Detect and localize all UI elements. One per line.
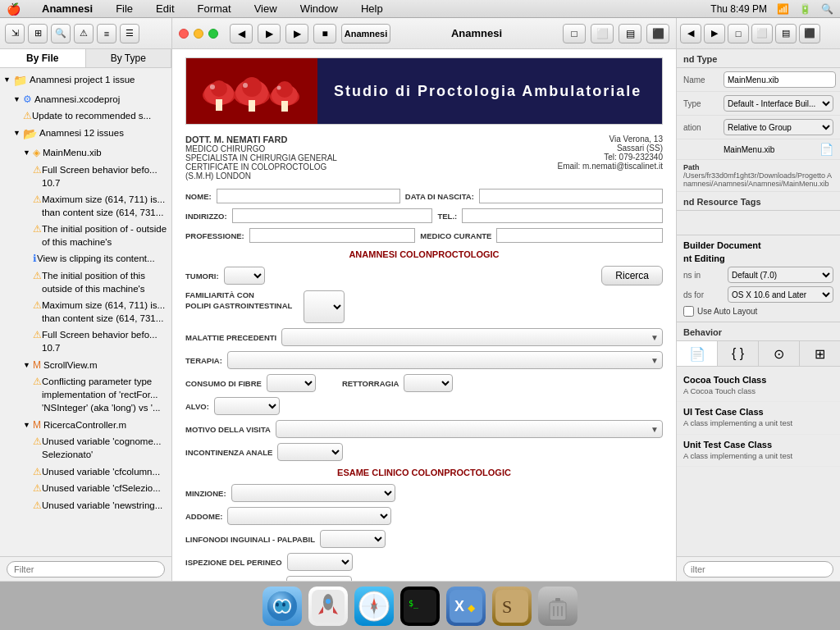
menubar-format[interactable]: Format (193, 1, 236, 16)
tree-project[interactable]: ▼ 📁 Anamnesi project 1 issue (0, 71, 171, 91)
sidebar-btn-warn[interactable]: ⚠ (74, 24, 94, 43)
toolbar-layout-2[interactable]: ⬜ (591, 24, 614, 43)
toolbar-layout-3[interactable]: ▤ (619, 24, 641, 43)
select-rettorragia[interactable] (404, 374, 453, 392)
select-familiarita[interactable] (304, 290, 345, 323)
apple-menu[interactable]: 🍎 (7, 2, 21, 16)
section-kind-type: nd Type (677, 49, 840, 68)
input-tel[interactable] (462, 208, 663, 223)
type-select[interactable]: Default - Interface Buil... (724, 95, 833, 112)
menubar-wifi[interactable]: 📶 (777, 3, 789, 15)
tree-conflict[interactable]: ⚠ Conflicting parameter type implementat… (0, 373, 171, 416)
toolbar-run[interactable]: ▶ (285, 24, 308, 43)
obj-tab-4[interactable]: ⊞ (800, 341, 840, 366)
input-professione[interactable] (249, 228, 416, 243)
right-btn-6[interactable]: ⬛ (799, 24, 820, 43)
obj-tab-2[interactable]: { } (718, 341, 759, 366)
tree-unused-2[interactable]: ⚠ Unused variable 'cfcolumn... (0, 463, 171, 481)
ricerca-button[interactable]: Ricerca (601, 266, 663, 285)
dock-trash[interactable] (538, 587, 578, 626)
nav-back[interactable]: ◀ (230, 24, 253, 43)
input-indirizzo[interactable] (232, 208, 433, 223)
right-btn-2[interactable]: ▶ (704, 24, 725, 43)
dock-terminal[interactable]: $_ (400, 587, 440, 626)
nav-forward[interactable]: ▶ (258, 24, 281, 43)
menubar-file[interactable]: File (111, 1, 138, 16)
tree-unused-1[interactable]: ⚠ Unused variable 'cognome... Selezionat… (0, 433, 171, 463)
sidebar-btn-diff[interactable]: ≡ (97, 24, 116, 43)
menubar-anamnesi[interactable]: Anamnesi (37, 1, 98, 16)
select-motivo[interactable]: ▼ (276, 420, 663, 438)
close-button[interactable] (179, 29, 189, 39)
right-btn-4[interactable]: ⬜ (751, 24, 773, 43)
maximize-button[interactable] (208, 29, 218, 39)
input-nome[interactable] (217, 189, 400, 203)
menubar-help[interactable]: Help (356, 1, 388, 16)
menubar-window[interactable]: Window (295, 1, 343, 16)
toolbar-layout-4[interactable]: ⬛ (646, 24, 669, 43)
select-ispezione[interactable] (287, 553, 353, 571)
tree-xcodeproj[interactable]: ▼ ⚙ Anamnesi.xcodeproj (0, 91, 171, 108)
obj-cocoa-touch[interactable]: Cocoa Touch Class A Cocoa Touch class (677, 370, 840, 402)
right-btn-3[interactable]: □ (728, 24, 749, 43)
right-btn-1[interactable]: ◀ (680, 24, 701, 43)
opens-in-select[interactable]: Default (7.0) (728, 267, 833, 283)
auto-layout-checkbox[interactable] (683, 306, 694, 317)
toolbar-stop[interactable]: ■ (313, 24, 336, 43)
select-incontinenza[interactable] (277, 443, 343, 461)
obj-tab-3[interactable]: ⊙ (759, 341, 800, 366)
location-select[interactable]: Relative to Group (724, 119, 833, 135)
sidebar-btn-lines[interactable]: ☰ (120, 24, 139, 43)
toolbar-layout-1[interactable]: □ (563, 24, 586, 43)
tree-update-recommended[interactable]: ⚠ Update to recommended s... (0, 107, 171, 125)
sidebar-btn-2[interactable]: ⊞ (28, 24, 48, 43)
menubar-view[interactable]: View (249, 1, 282, 16)
sidebar-btn-1[interactable]: ⇲ (5, 24, 25, 43)
tree-initpos-1[interactable]: ⚠ The initial position of - outside of t… (0, 221, 171, 250)
select-minzione[interactable] (231, 484, 395, 502)
select-addome[interactable] (227, 507, 391, 525)
select-tumori[interactable] (224, 267, 265, 285)
obj-ui-test[interactable]: UI Test Case Class A class implementing … (677, 402, 840, 434)
file-icon[interactable]: 📄 (819, 143, 833, 156)
sidebar-footer (0, 556, 171, 581)
dock-script[interactable]: S (492, 587, 532, 626)
obj-unit-test[interactable]: Unit Test Case Class A class implementin… (677, 435, 840, 467)
input-medico[interactable] (496, 228, 663, 243)
tree-maxsize-1[interactable]: ⚠ Maximum size (614, 711) is... than con… (0, 191, 171, 221)
tree-fullscreen-1[interactable]: ⚠ Full Screen behavior befo... 10.7 (0, 162, 171, 191)
right-search-input[interactable] (683, 561, 833, 578)
sidebar-btn-search[interactable]: 🔍 (51, 24, 71, 43)
dock-finder[interactable] (262, 587, 302, 626)
select-linfonodi[interactable] (320, 530, 386, 548)
minimize-button[interactable] (194, 29, 203, 39)
tab-by-type[interactable]: By Type (86, 49, 172, 67)
tree-unused-3[interactable]: ⚠ Unused variable 'cfSelezio... (0, 480, 171, 497)
select-alvo[interactable] (214, 397, 280, 415)
input-datanascita[interactable] (479, 189, 663, 203)
tree-anamnesi-group[interactable]: ▼ 📂 Anamnesi 12 issues (0, 125, 171, 144)
menubar-edit[interactable]: Edit (151, 1, 179, 16)
toolbar-anamnesi[interactable]: Anamnesi (341, 24, 390, 43)
right-btn-5[interactable]: ▤ (775, 24, 797, 43)
select-terapia[interactable]: ▼ (227, 351, 663, 369)
dock-safari[interactable] (354, 587, 394, 626)
select-consumo[interactable] (267, 374, 316, 392)
name-input[interactable] (724, 71, 836, 88)
tree-viewclip[interactable]: ℹ View is clipping its content... (0, 250, 171, 267)
obj-tab-1[interactable]: 📄 (677, 341, 718, 366)
tree-scrollview[interactable]: ▼ M ScrollView.m (0, 357, 171, 374)
tree-ricerca[interactable]: ▼ M RicercaController.m (0, 417, 171, 434)
builds-for-select[interactable]: OS X 10.6 and Later (728, 286, 833, 303)
tree-unused-4[interactable]: ⚠ Unused variable 'newstring... (0, 497, 171, 514)
select-malattie[interactable]: ▼ (281, 328, 663, 346)
tab-by-file[interactable]: By File (0, 49, 86, 67)
tree-initpos-2[interactable]: ⚠ The initial position of this outside o… (0, 267, 171, 297)
dock-xcode[interactable]: X ◆ (446, 587, 486, 626)
menubar-search[interactable]: 🔍 (821, 3, 833, 15)
dock-rocket[interactable] (308, 587, 348, 626)
tree-maxsize-2[interactable]: ⚠ Maximum size (614, 711) is... than con… (0, 297, 171, 326)
sidebar-search[interactable] (7, 561, 165, 578)
tree-fullscreen-2[interactable]: ⚠ Full Screen behavior befo... 10.7 (0, 326, 171, 356)
tree-mainmenu-xib[interactable]: ▼ ◈ MainMenu.xib (0, 144, 171, 162)
